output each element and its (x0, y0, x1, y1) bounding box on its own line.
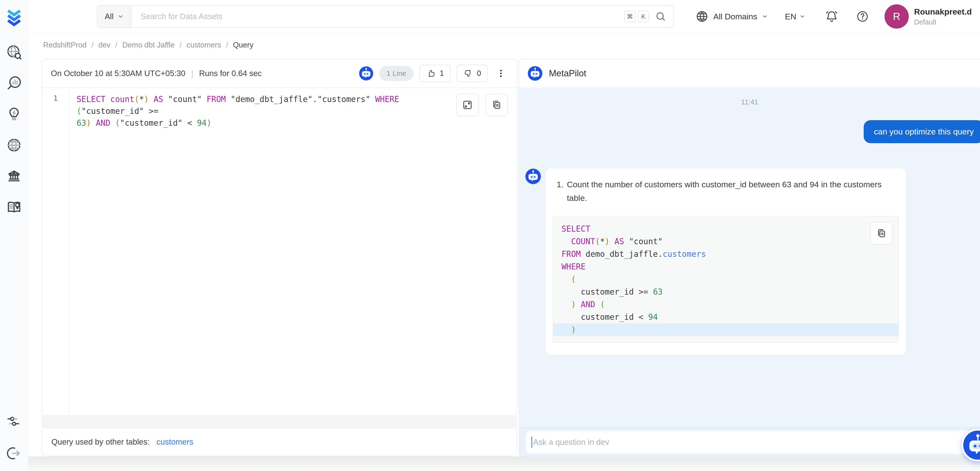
chat-timestamp: 11:41 (519, 88, 980, 106)
code-line: FROM demo_dbt_jaffle.customers (553, 248, 898, 261)
search-icon[interactable] (655, 11, 667, 22)
thumbs-up-icon (426, 68, 436, 78)
assistant-avatar-icon (525, 169, 541, 185)
user-name: Rounakpreet.d (914, 6, 972, 17)
customers-table-link[interactable]: customers (156, 437, 193, 447)
code-line: COUNT(*) AS "count" (553, 235, 898, 248)
collapse-button[interactable] (456, 94, 479, 116)
assistant-message-bubble: 1. Count the number of customers with cu… (546, 169, 906, 355)
code-line: ) AND ( (553, 298, 898, 311)
chevron-down-icon (762, 13, 768, 20)
list-index: 1. (557, 178, 563, 205)
all-domains-dropdown[interactable]: All Domains (713, 12, 768, 21)
robot-icon (963, 431, 980, 460)
copy-code-button[interactable] (870, 222, 892, 245)
app-logo[interactable] (6, 8, 22, 27)
left-sidebar (0, 0, 28, 471)
query-usage-footer: Query used by other tables: customers (42, 428, 517, 456)
optimized-sql-lines[interactable]: SELECT COUNT(*) AS "count"FROM demo_dbt_… (553, 223, 898, 336)
code-line: customer_id >= 63 (553, 286, 898, 298)
user-avatar[interactable]: R (885, 4, 909, 29)
chevron-down-icon (118, 13, 124, 20)
upvote-button[interactable]: 1 (420, 65, 451, 82)
user-role: Default (914, 18, 972, 26)
insights-search-icon[interactable] (6, 75, 22, 91)
chat-input-placeholder: Ask a question in dev (533, 438, 609, 447)
breadcrumb-item[interactable]: RedshiftProd (43, 41, 86, 49)
metapilot-logo-icon (528, 66, 542, 81)
assistant-text: Count the number of customers with custo… (567, 178, 899, 205)
web-globe-icon[interactable] (6, 137, 22, 153)
code-line: ) (553, 323, 898, 336)
breadcrumb-item[interactable]: customers (186, 41, 221, 49)
breadcrumb: RedshiftProd / dev / Demo dbt Jaffle / c… (43, 41, 253, 49)
chevron-down-icon (799, 13, 805, 20)
page-bottom (28, 457, 980, 471)
notifications-bell-icon[interactable] (825, 10, 838, 23)
code-line: WHERE (553, 261, 898, 273)
sql-code[interactable]: SELECT count(*) AS "count" FROM "demo_db… (69, 88, 517, 416)
query-runtime: Runs for 0.64 sec (199, 69, 262, 78)
help-icon[interactable] (856, 10, 869, 23)
user-meta[interactable]: Rounakpreet.d Default (914, 6, 972, 27)
preferences-sliders-icon[interactable] (6, 413, 22, 429)
metapilot-panel: MetaPilot 11:41 can you optimize this qu… (519, 59, 980, 456)
upvote-count: 1 (440, 69, 444, 78)
usage-label: Query used by other tables: (51, 437, 150, 447)
cmd-keycap: ⌘ (624, 11, 635, 22)
chat-message-area[interactable]: 11:41 can you optimize this query 1. Cou… (519, 88, 980, 428)
query-panel: On October 10 at 5:30AM UTC+05:30 | Runs… (42, 59, 517, 416)
copy-icon (491, 99, 502, 110)
governance-bank-icon[interactable] (6, 168, 22, 184)
glossary-book-icon[interactable] (6, 199, 22, 215)
breadcrumb-current: Query (233, 41, 253, 49)
chat-input[interactable]: Ask a question in dev (526, 431, 974, 453)
metapilot-avatar-icon[interactable] (359, 66, 374, 81)
copy-icon (876, 228, 887, 239)
language-dropdown[interactable]: EN (785, 12, 805, 21)
ideas-bulb-icon[interactable] (6, 106, 22, 122)
global-search[interactable]: All ⌘ K (97, 5, 674, 28)
code-line: SELECT (553, 223, 898, 235)
metapilot-title: MetaPilot (549, 68, 586, 78)
line-count-badge: 1 Line (379, 66, 414, 81)
copy-query-button[interactable] (485, 94, 508, 116)
search-scope-label: All (105, 12, 114, 21)
sql-editor: 1 SELECT count(*) AS "count" FROM "demo_… (42, 88, 517, 416)
domains-globe-icon (695, 10, 709, 23)
k-keycap: K (638, 11, 649, 22)
thumbs-down-icon (463, 68, 473, 78)
more-options-icon[interactable] (494, 68, 508, 78)
collapse-icon (462, 99, 473, 110)
metapilot-fab-button[interactable] (962, 429, 980, 461)
breadcrumb-item[interactable]: Demo dbt Jaffle (122, 41, 175, 49)
line-number: 1 (53, 94, 58, 102)
user-message-bubble: can you optimize this query (864, 120, 980, 143)
optimized-sql-block: SELECT COUNT(*) AS "count"FROM demo_dbt_… (553, 216, 899, 343)
code-line: customer_id < 94 (553, 311, 898, 323)
downvote-count: 0 (477, 69, 481, 78)
chat-input-bar: Ask a question in dev (519, 428, 980, 456)
line-number-gutter: 1 (42, 88, 69, 416)
panel-gap (42, 416, 517, 428)
search-scope-dropdown[interactable]: All (97, 6, 132, 27)
top-bar: All ⌘ K All Domains EN (28, 0, 980, 33)
breadcrumb-item[interactable]: dev (99, 41, 110, 49)
query-header: On October 10 at 5:30AM UTC+05:30 | Runs… (42, 59, 517, 88)
search-input[interactable] (132, 12, 624, 21)
code-line: ( (553, 273, 898, 286)
downvote-button[interactable]: 0 (457, 65, 488, 82)
text-cursor (531, 437, 532, 448)
discover-assets-icon[interactable] (6, 44, 22, 60)
logout-icon[interactable] (6, 445, 22, 461)
query-run-date: On October 10 at 5:30AM UTC+05:30 (51, 69, 185, 78)
metapilot-header: MetaPilot (519, 59, 980, 88)
